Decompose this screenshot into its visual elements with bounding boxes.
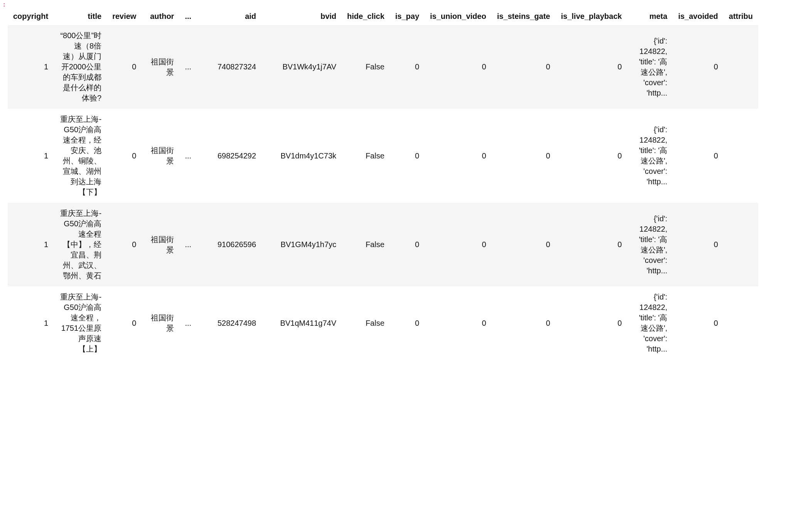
col-ellipsis: ... xyxy=(179,9,197,25)
cell-is-live-playback: 0 xyxy=(556,203,627,286)
col-is-avoided: is_avoided xyxy=(673,9,723,25)
cell-hide-click: False xyxy=(342,286,390,360)
cell-is-live-playback: 0 xyxy=(556,109,627,203)
cell-bvid: BV1dm4y1C73k xyxy=(261,109,342,203)
cell-copyright: 1 xyxy=(8,286,54,360)
cell-meta: {'id': 124822, 'title': '高速公路', 'cover':… xyxy=(627,109,673,203)
cell-is-pay: 0 xyxy=(390,203,425,286)
cell-is-avoided: 0 xyxy=(673,109,723,203)
cell-hide-click: False xyxy=(342,25,390,109)
cell-is-pay: 0 xyxy=(390,25,425,109)
cell-attribute-truncated xyxy=(723,25,758,109)
cell-ellipsis: ... xyxy=(179,203,197,286)
cell-author: 祖国街景 xyxy=(142,203,179,286)
cell-copyright: 1 xyxy=(8,25,54,109)
cell-aid: 528247498 xyxy=(197,286,261,360)
cell-title: 重庆至上海-G50沪渝高速全程，1751公里原声原速【上】 xyxy=(54,286,107,360)
table-row: 1 重庆至上海-G50沪渝高速全程，1751公里原声原速【上】 0 祖国街景 .… xyxy=(8,286,758,360)
cell-aid: 740827324 xyxy=(197,25,261,109)
cell-attribute-truncated xyxy=(723,203,758,286)
col-author: author xyxy=(142,9,179,25)
cell-author: 祖国街景 xyxy=(142,286,179,360)
cell-ellipsis: ... xyxy=(179,286,197,360)
cell-aid: 910626596 xyxy=(197,203,261,286)
col-is-pay: is_pay xyxy=(390,9,425,25)
col-hide-click: hide_click xyxy=(342,9,390,25)
col-is-steins-gate: is_steins_gate xyxy=(492,9,556,25)
cell-meta: {'id': 124822, 'title': '高速公路', 'cover':… xyxy=(627,203,673,286)
cell-is-live-playback: 0 xyxy=(556,286,627,360)
cell-is-avoided: 0 xyxy=(673,25,723,109)
cell-bvid: BV1qM411g74V xyxy=(261,286,342,360)
cell-bvid: BV1Wk4y1j7AV xyxy=(261,25,342,109)
cell-is-steins-gate: 0 xyxy=(492,286,556,360)
cell-attribute-truncated xyxy=(723,286,758,360)
cell-author: 祖国街景 xyxy=(142,109,179,203)
output-prompt-colon: : xyxy=(0,0,796,9)
dataframe-table: copyright title review author ... aid bv… xyxy=(8,9,758,360)
cell-review: 0 xyxy=(107,203,142,286)
cell-title: 重庆至上海-G50沪渝高速全程，经安庆、池州、铜陵、宣城、湖州到达上海【下】 xyxy=(54,109,107,203)
cell-title: 重庆至上海-G50沪渝高速全程【中】，经宜昌、荆州、武汉、鄂州、黄石 xyxy=(54,203,107,286)
col-is-live-playback: is_live_playback xyxy=(556,9,627,25)
cell-is-steins-gate: 0 xyxy=(492,203,556,286)
cell-is-live-playback: 0 xyxy=(556,25,627,109)
cell-review: 0 xyxy=(107,25,142,109)
cell-copyright: 1 xyxy=(8,109,54,203)
cell-is-union-video: 0 xyxy=(425,109,492,203)
cell-author: 祖国街景 xyxy=(142,25,179,109)
cell-is-pay: 0 xyxy=(390,109,425,203)
cell-is-union-video: 0 xyxy=(425,203,492,286)
cell-is-avoided: 0 xyxy=(673,203,723,286)
cell-review: 0 xyxy=(107,286,142,360)
col-review: review xyxy=(107,9,142,25)
cell-copyright: 1 xyxy=(8,203,54,286)
cell-meta: {'id': 124822, 'title': '高速公路', 'cover':… xyxy=(627,25,673,109)
cell-attribute-truncated xyxy=(723,109,758,203)
table-row: 1 “800公里”时速（8倍速）从厦门开2000公里的车到成都是什么样的体验? … xyxy=(8,25,758,109)
col-meta: meta xyxy=(627,9,673,25)
cell-ellipsis: ... xyxy=(179,25,197,109)
cell-is-union-video: 0 xyxy=(425,25,492,109)
cell-hide-click: False xyxy=(342,109,390,203)
col-is-union-video: is_union_video xyxy=(425,9,492,25)
col-aid: aid xyxy=(197,9,261,25)
col-attribute-truncated: attribu xyxy=(723,9,758,25)
cell-is-pay: 0 xyxy=(390,286,425,360)
cell-is-union-video: 0 xyxy=(425,286,492,360)
table-row: 1 重庆至上海-G50沪渝高速全程【中】，经宜昌、荆州、武汉、鄂州、黄石 0 祖… xyxy=(8,203,758,286)
table-row: 1 重庆至上海-G50沪渝高速全程，经安庆、池州、铜陵、宣城、湖州到达上海【下】… xyxy=(8,109,758,203)
cell-meta: {'id': 124822, 'title': '高速公路', 'cover':… xyxy=(627,286,673,360)
cell-ellipsis: ... xyxy=(179,109,197,203)
cell-hide-click: False xyxy=(342,203,390,286)
cell-is-steins-gate: 0 xyxy=(492,109,556,203)
cell-title: “800公里”时速（8倍速）从厦门开2000公里的车到成都是什么样的体验? xyxy=(54,25,107,109)
cell-bvid: BV1GM4y1h7yc xyxy=(261,203,342,286)
col-bvid: bvid xyxy=(261,9,342,25)
header-row: copyright title review author ... aid bv… xyxy=(8,9,758,25)
cell-is-avoided: 0 xyxy=(673,286,723,360)
cell-review: 0 xyxy=(107,109,142,203)
col-copyright: copyright xyxy=(8,9,54,25)
col-title: title xyxy=(54,9,107,25)
cell-is-steins-gate: 0 xyxy=(492,25,556,109)
cell-aid: 698254292 xyxy=(197,109,261,203)
